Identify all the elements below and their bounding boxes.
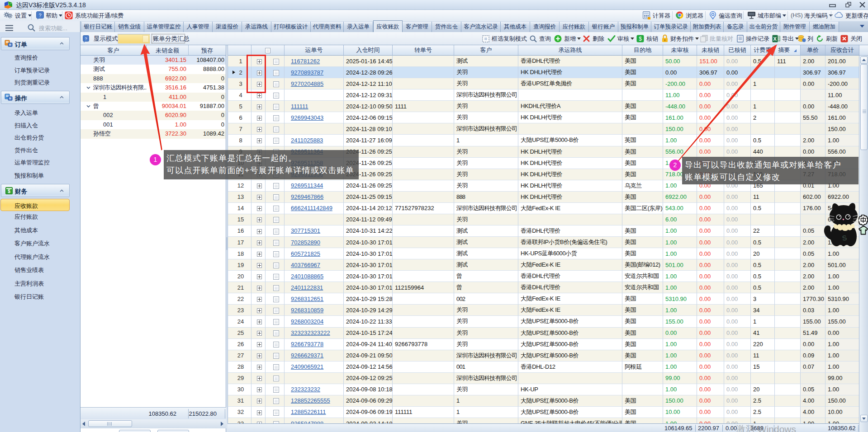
- svg-text:$: $: [639, 36, 642, 42]
- svg-text:?: ?: [38, 13, 41, 18]
- svg-text:?: ?: [85, 36, 87, 41]
- svg-text:X: X: [773, 36, 777, 42]
- svg-text:$: $: [8, 189, 10, 194]
